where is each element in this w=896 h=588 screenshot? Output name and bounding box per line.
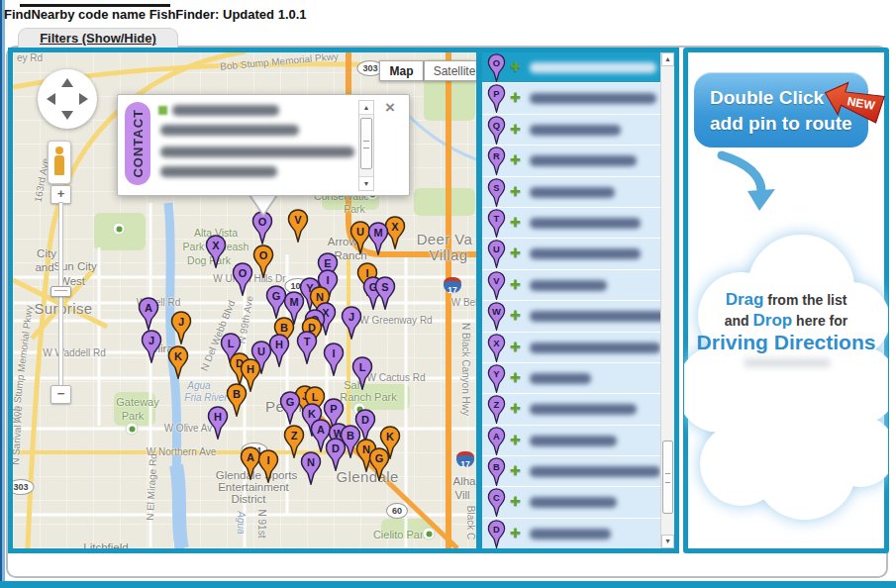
- list-item-s[interactable]: S✚: [482, 177, 660, 208]
- svg-text:B: B: [347, 430, 354, 441]
- map-label: and: [35, 261, 53, 273]
- map-label: City: [37, 247, 56, 259]
- list-item-q[interactable]: Q✚: [482, 115, 660, 146]
- map-label: ey Rd: [17, 52, 43, 63]
- map-pin-k[interactable]: K: [167, 345, 189, 383]
- zoom-out-button[interactable]: −: [50, 385, 71, 404]
- svg-text:O: O: [493, 58, 500, 68]
- add-to-route-icon[interactable]: ✚: [510, 433, 521, 447]
- map-pin-g[interactable]: G: [279, 391, 301, 429]
- list-item-y[interactable]: Y✚: [482, 363, 660, 394]
- map-pin-x[interactable]: X: [205, 235, 227, 272]
- infowindow-scroll-thumb[interactable]: [360, 118, 372, 169]
- list-scroll-up-icon[interactable]: ▲: [661, 52, 674, 66]
- pegman-streetview-control[interactable]: [48, 141, 71, 184]
- add-to-route-icon[interactable]: ✚: [510, 370, 521, 385]
- map-type-map-button[interactable]: Map: [379, 60, 424, 81]
- list-item-d[interactable]: D✚: [482, 519, 660, 548]
- add-to-route-icon[interactable]: ✚: [510, 59, 521, 74]
- map-pin-n[interactable]: N: [300, 451, 322, 489]
- list-item-z[interactable]: Z✚: [482, 394, 660, 425]
- list-item-u[interactable]: U✚: [482, 239, 660, 269]
- filters-toggle-link[interactable]: Filters (Show/Hide): [18, 28, 178, 49]
- map-pin-j[interactable]: J: [141, 330, 162, 367]
- add-to-route-icon[interactable]: ✚: [510, 122, 521, 137]
- list-item-w[interactable]: W✚: [482, 301, 660, 332]
- infowindow-tail-fill: [249, 193, 277, 214]
- map-label: Park: [122, 410, 145, 422]
- redacted-name: [530, 497, 617, 508]
- pan-right-icon[interactable]: [79, 93, 88, 105]
- redacted-name: [530, 155, 637, 166]
- pin-icon: B: [487, 457, 506, 490]
- redacted-name: [530, 529, 611, 539]
- zoom-slider-thumb[interactable]: [50, 286, 71, 297]
- pan-down-icon[interactable]: [61, 111, 73, 120]
- map-pin-j[interactable]: J: [341, 306, 362, 343]
- list-item-c[interactable]: C✚: [482, 487, 660, 518]
- driving-directions-drop-zone[interactable]: [684, 199, 888, 551]
- map-label: W Waddell Rd: [43, 347, 106, 358]
- pan-left-icon[interactable]: [47, 93, 55, 105]
- add-to-route-icon[interactable]: ✚: [510, 90, 521, 105]
- infowindow-close-icon[interactable]: ×: [382, 101, 398, 117]
- add-to-route-icon[interactable]: ✚: [510, 245, 521, 260]
- list-item-p[interactable]: P✚: [482, 83, 660, 114]
- map-pin-s[interactable]: S: [374, 276, 396, 314]
- list-item-o[interactable]: O✚: [482, 52, 660, 83]
- scroll-up-icon[interactable]: ▲: [359, 101, 373, 115]
- add-to-route-icon[interactable]: ✚: [510, 340, 521, 354]
- list-item-v[interactable]: V✚: [482, 270, 660, 301]
- pin-icon: Q: [487, 116, 506, 148]
- map-pin-i[interactable]: I: [323, 343, 345, 380]
- map-pin-j[interactable]: J: [170, 311, 192, 348]
- map-canvas[interactable]: ey RdBob Stump Memorial PkwyBob Stump Me…: [13, 52, 476, 548]
- pan-up-icon[interactable]: [61, 78, 73, 87]
- map-pin-h[interactable]: H: [207, 406, 229, 443]
- map-pin-i[interactable]: I: [257, 449, 279, 487]
- truncated-link-remnant[interactable]: [20, 0, 170, 7]
- map-pin-d[interactable]: D: [325, 438, 347, 475]
- svg-text:X: X: [212, 240, 220, 251]
- svg-text:V: V: [294, 214, 302, 226]
- pegman-icon: [55, 147, 63, 154]
- map-pin-l[interactable]: L: [351, 356, 373, 394]
- add-to-route-icon[interactable]: ✚: [510, 184, 521, 199]
- add-to-route-icon[interactable]: ✚: [510, 152, 521, 167]
- map-type-satellite-button[interactable]: Satellite: [424, 60, 476, 81]
- add-to-route-icon[interactable]: ✚: [510, 463, 521, 478]
- map-pin-o[interactable]: O: [232, 262, 253, 300]
- infowindow-scrollbar[interactable]: ▲ ▼: [358, 100, 374, 191]
- add-to-route-icon[interactable]: ✚: [510, 526, 521, 540]
- redacted-name: [530, 404, 637, 415]
- add-to-route-icon[interactable]: ✚: [510, 494, 521, 509]
- add-to-route-icon[interactable]: ✚: [510, 308, 521, 323]
- map-label: W Bel: [451, 297, 476, 308]
- map-pin-v[interactable]: V: [287, 209, 309, 246]
- list-item-r[interactable]: R✚: [482, 146, 660, 176]
- map-pin-o[interactable]: O: [252, 245, 274, 282]
- pan-control[interactable]: [38, 69, 97, 129]
- left-edge-strip-light: [2, 0, 5, 588]
- add-to-route-icon[interactable]: ✚: [510, 277, 521, 292]
- list-scroll-down-icon[interactable]: ▼: [661, 535, 674, 548]
- map-label: District: [231, 493, 265, 505]
- map-pin-t[interactable]: T: [296, 331, 318, 368]
- list-scroll-thumb[interactable]: [662, 441, 673, 514]
- list-item-a[interactable]: A✚: [482, 426, 660, 456]
- map-pin-m[interactable]: M: [367, 222, 389, 259]
- list-item-b[interactable]: B✚: [482, 456, 660, 487]
- add-to-route-icon[interactable]: ✚: [510, 215, 521, 230]
- map-pin-g[interactable]: G: [368, 447, 390, 485]
- pin-icon: X: [487, 334, 506, 366]
- svg-text:X: X: [493, 338, 500, 347]
- list-item-x[interactable]: X✚: [482, 333, 660, 363]
- scroll-down-icon[interactable]: ▼: [359, 176, 373, 190]
- add-to-route-icon[interactable]: ✚: [510, 401, 521, 416]
- list-item-t[interactable]: T✚: [482, 208, 660, 239]
- map-label: Surprise: [34, 300, 92, 317]
- map-pin-b[interactable]: B: [226, 383, 248, 421]
- list-scrollbar[interactable]: ▲ ▼: [660, 52, 674, 548]
- map-label: N Black Canyon Hwy: [460, 323, 471, 416]
- pin-icon: W: [487, 302, 506, 335]
